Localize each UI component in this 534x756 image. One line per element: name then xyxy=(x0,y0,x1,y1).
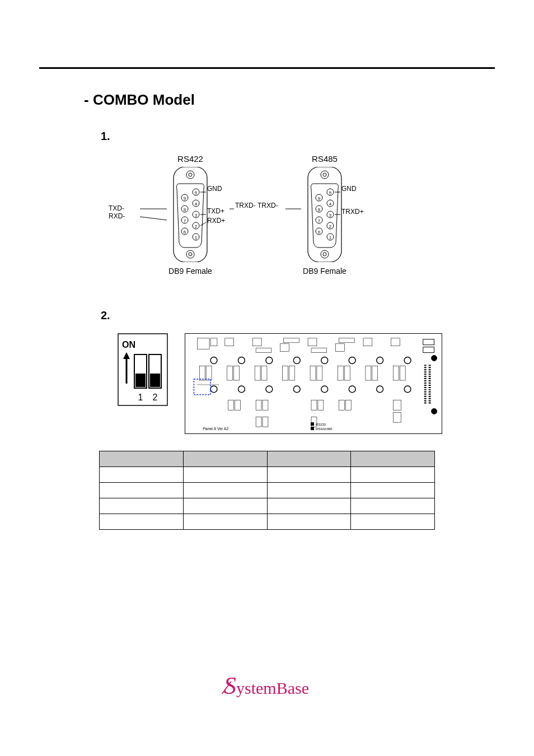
svg-point-32 xyxy=(321,250,329,258)
pcb-legend-rs232: RS232 xyxy=(316,423,326,426)
svg-text:1: 1 xyxy=(195,235,198,240)
svg-text:3: 3 xyxy=(195,213,198,218)
table-header xyxy=(183,451,267,467)
svg-point-31 xyxy=(323,173,326,176)
svg-point-1 xyxy=(186,171,194,179)
dip-pos-1: 1 xyxy=(138,393,143,402)
svg-point-2 xyxy=(189,173,192,176)
svg-rect-130 xyxy=(311,427,314,430)
svg-rect-60 xyxy=(135,374,146,387)
rs485-title: RS485 xyxy=(269,154,381,164)
db9-icon: 5 4 3 2 1 9 8 7 6 xyxy=(168,167,213,262)
rs422-connector: RS422 5 4 3 2 1 9 8 7 xyxy=(134,154,246,276)
rs485-caption: DB9 Female xyxy=(269,267,381,276)
table-row xyxy=(100,483,435,498)
svg-text:7: 7 xyxy=(184,218,186,223)
svg-rect-129 xyxy=(311,422,314,426)
svg-text:7: 7 xyxy=(318,218,321,223)
svg-point-33 xyxy=(323,253,326,256)
systembase-logo: ⁄⁄SystemBase xyxy=(225,671,309,700)
svg-point-125 xyxy=(432,409,437,414)
rs422-trxd-minus-label: TRXD- xyxy=(235,202,256,209)
table-header xyxy=(351,451,435,467)
svg-text:2: 2 xyxy=(195,224,198,229)
svg-point-124 xyxy=(432,356,437,361)
svg-text:4: 4 xyxy=(195,202,198,207)
svg-text:6: 6 xyxy=(184,230,186,235)
rs422-txd-plus-label: TXD+ xyxy=(207,207,224,215)
pcb-row: ON 1 2 xyxy=(118,333,495,434)
pcb-version-text: Panel-8 Ver A2 xyxy=(203,427,228,431)
rs422-txd-minus-label: TXD- xyxy=(109,204,124,212)
rs422-title: RS422 xyxy=(134,154,246,164)
svg-text:2: 2 xyxy=(329,224,332,229)
svg-text:1: 1 xyxy=(329,235,332,240)
table-header-row xyxy=(100,451,435,467)
svg-text:5: 5 xyxy=(195,190,198,195)
rs422-gnd-label: GND xyxy=(207,185,222,193)
rs422-rxd-plus-label: RXD+ xyxy=(207,217,225,225)
subsection-1-number: 1. xyxy=(101,130,495,143)
svg-rect-62 xyxy=(186,334,441,433)
svg-text:9: 9 xyxy=(318,196,321,201)
db9-icon: 5 4 3 2 1 9 8 7 6 xyxy=(302,167,347,262)
dip-on-label: ON xyxy=(122,340,135,349)
svg-text:9: 9 xyxy=(184,196,186,201)
pcb-legend-rs422: RS422/485 xyxy=(316,427,332,431)
footer: ⁄⁄SystemBase xyxy=(0,671,534,700)
rs485-trxd-plus-label: TRXD+ xyxy=(341,208,364,216)
pcb-panel-icon: Panel-8 Ver A2 RS232 RS422/485 xyxy=(185,333,442,434)
top-rule xyxy=(39,67,495,69)
svg-marker-57 xyxy=(123,352,130,359)
table-header xyxy=(267,451,351,467)
table-header xyxy=(100,451,184,467)
subsection-2-number: 2. xyxy=(101,309,495,322)
rs485-trxd-minus-label: TRXD- xyxy=(257,202,278,209)
svg-text:3: 3 xyxy=(329,213,332,218)
svg-line-24 xyxy=(140,217,167,220)
svg-text:8: 8 xyxy=(318,207,321,212)
svg-text:8: 8 xyxy=(184,207,186,212)
svg-text:6: 6 xyxy=(318,230,321,235)
dip-switch-icon: ON 1 2 xyxy=(118,333,168,406)
rs422-caption: DB9 Female xyxy=(134,267,246,276)
svg-point-4 xyxy=(189,253,192,256)
connector-diagram: RS422 5 4 3 2 1 9 8 7 xyxy=(134,154,495,276)
rs485-gnd-label: GND xyxy=(341,185,357,193)
dip-pos-2: 2 xyxy=(153,393,158,402)
table-row xyxy=(100,514,435,530)
svg-text:4: 4 xyxy=(329,202,332,207)
table-row xyxy=(100,498,435,514)
svg-point-3 xyxy=(186,250,194,258)
svg-point-30 xyxy=(321,171,329,179)
svg-rect-61 xyxy=(150,374,160,387)
svg-text:5: 5 xyxy=(329,190,332,195)
section-heading: - COMBO Model xyxy=(84,91,495,109)
rs422-rxd-minus-label: RXD- xyxy=(109,212,125,220)
rs485-connector: RS485 5 4 3 2 1 9 8 7 6 GND TRXD+ TRXD- xyxy=(269,154,381,276)
table-row xyxy=(100,467,435,483)
config-table xyxy=(99,451,435,530)
